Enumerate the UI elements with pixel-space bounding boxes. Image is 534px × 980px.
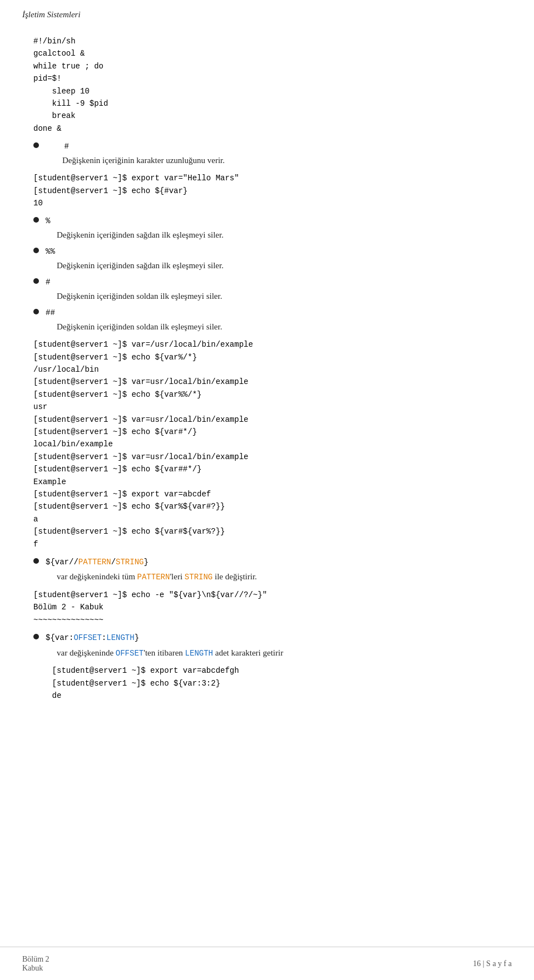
bullet-item-hash: # Değişkenin içeriğinin karakter uzunluğ… <box>33 139 501 168</box>
bullet-list-1: # Değişkenin içeriğinin karakter uzunluğ… <box>33 139 501 168</box>
bullet-item-pattern-replace: ${var//PATTERN/STRING} var değişkenindek… <box>33 555 501 584</box>
bullet-list-3: ${var//PATTERN/STRING} var değişkenindek… <box>33 555 501 584</box>
bullet-hash-code: # <box>46 142 69 151</box>
code-section-4: [student@server1 ~]$ echo -e "${var}\n${… <box>33 589 501 626</box>
footer-chapter: Bölüm 2 <box>22 955 50 964</box>
bullet-item-percent: % Değişkenin içeriğinden sağdan ilk eşle… <box>33 214 501 242</box>
bullet-pp-code: %% <box>46 247 55 256</box>
bullet-offset-desc: var değişkeninde OFFSET'ten itibaren LEN… <box>46 646 501 661</box>
code-block-3: [student@server1 ~]$ var=/usr/local/bin/… <box>33 338 501 550</box>
bullet-list-4: ${var:OFFSET:LENGTH} var değişkeninde OF… <box>33 631 501 660</box>
bullet-dot-5 <box>33 558 39 564</box>
footer-left: Bölüm 2 Kabuk <box>22 955 50 973</box>
bullet-h-desc: Değişkenin içeriğinden soldan ilk eşleşm… <box>46 289 501 304</box>
bullet-dot-1 <box>33 217 39 223</box>
footer-section: Kabuk <box>22 964 50 973</box>
bullet-hash-desc: Değişkenin içeriğinin karakter uzunluğun… <box>46 154 501 168</box>
bullet-dot-4 <box>33 309 39 314</box>
code-section-5: [student@server1 ~]$ export var=abcdefgh… <box>33 664 501 702</box>
code-section-3: [student@server1 ~]$ var=/usr/local/bin/… <box>33 338 501 550</box>
code-block-2: [student@server1 ~]$ export var="Hello M… <box>33 172 501 209</box>
bullet-item-hash2: # Değişkenin içeriğinden soldan ilk eşle… <box>33 275 501 303</box>
page-content: #!/bin/sh gcalctool & while true ; do pi… <box>0 25 534 751</box>
bullet-percent-desc: Değişkenin içeriğinden sağdan ilk eşleşm… <box>46 228 501 243</box>
bullet-pattern-code: ${var//PATTERN/STRING} <box>46 558 149 567</box>
bullet-offset-code: ${var:OFFSET:LENGTH} <box>46 633 139 642</box>
bullet-item-offset-length: ${var:OFFSET:LENGTH} var değişkeninde OF… <box>33 631 501 660</box>
page-header: İşletim Sistemleri <box>0 0 534 25</box>
bullet-item-hash-hash: ## Değişkenin içeriğinden soldan ilk eşl… <box>33 306 501 334</box>
bullet-hh-desc: Değişkenin içeriğinden soldan ilk eşleşm… <box>46 320 501 334</box>
bullet-dot-6 <box>33 634 39 639</box>
bullet-pattern-desc: var değişkenindeki tüm PATTERN'leri STRI… <box>46 570 501 584</box>
code-block-4: [student@server1 ~]$ echo -e "${var}\n${… <box>33 589 501 626</box>
bullet-hash-content: # Değişkenin içeriğinin karakter uzunluğ… <box>46 139 501 168</box>
bullet-pp-desc: Değişkenin içeriğinden sağdan ilk eşleşm… <box>46 259 501 273</box>
bullet-percent-code: % <box>46 216 50 225</box>
bullet-h-code: # <box>46 278 50 287</box>
bullet-dot <box>33 142 39 148</box>
footer-page-number: 16 | S a y f a <box>473 959 512 968</box>
code-section-1: #!/bin/sh gcalctool & while true ; do pi… <box>33 35 501 135</box>
code-block-1: #!/bin/sh gcalctool & while true ; do pi… <box>33 35 501 135</box>
bullet-hh-code: ## <box>46 308 55 317</box>
bullet-list-2: % Değişkenin içeriğinden sağdan ilk eşle… <box>33 214 501 334</box>
bullet-item-percent-percent: %% Değişkenin içeriğinden sağdan ilk eşl… <box>33 244 501 273</box>
bullet-dot-3 <box>33 278 39 284</box>
code-block-5: [student@server1 ~]$ export var=abcdefgh… <box>33 664 501 702</box>
code-section-2: [student@server1 ~]$ export var="Hello M… <box>33 172 501 209</box>
bullet-dot-2 <box>33 248 39 253</box>
page-footer: Bölüm 2 Kabuk 16 | S a y f a <box>0 947 534 980</box>
header-title: İşletim Sistemleri <box>22 10 81 19</box>
